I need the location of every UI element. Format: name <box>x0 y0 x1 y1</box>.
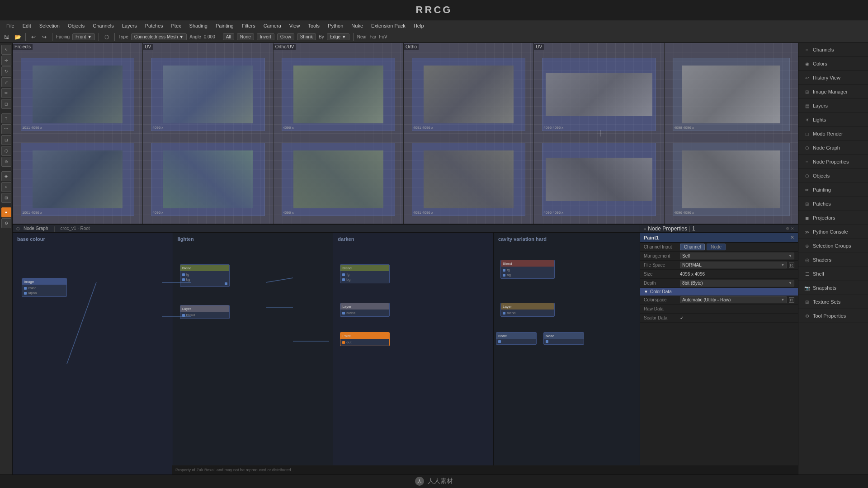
tweak-tool[interactable]: ⊞ <box>1 193 11 203</box>
node-col-label-2: lighten <box>173 233 333 244</box>
clone-tool[interactable]: ⊕ <box>1 157 11 167</box>
menu-item-selection[interactable]: Selection <box>36 22 63 29</box>
node-head-2b: Layer <box>180 305 229 312</box>
right-panel-item-shelf[interactable]: ☰ Shelf <box>798 267 868 281</box>
menu-item-view[interactable]: View <box>286 22 304 29</box>
right-panel-item-layers[interactable]: ▤ Layers <box>798 99 868 113</box>
none-button[interactable]: None <box>237 33 254 40</box>
uv-tool[interactable]: ● <box>1 207 11 217</box>
scale-tool[interactable]: ⤢ <box>1 77 11 87</box>
right-panel-item-projectors[interactable]: ◼ Projectors <box>798 211 868 225</box>
props-value-depth[interactable]: 8bit (Byte) ▼ <box>680 280 794 286</box>
fill-tool[interactable]: ⊡ <box>1 135 11 145</box>
menu-item-tools[interactable]: Tools <box>304 22 323 29</box>
brush-tool[interactable]: 〰 <box>1 124 11 134</box>
type-dropdown[interactable]: Connectedness Mesh ▼ <box>131 33 187 40</box>
menu-item-nuke[interactable]: Nuke <box>348 22 367 29</box>
tab-node[interactable]: Node <box>707 244 726 250</box>
select-tool[interactable]: ↖ <box>1 45 11 55</box>
right-panel-item-history-view[interactable]: ↩ History View <box>798 71 868 85</box>
grow-button[interactable]: Grow <box>277 33 294 40</box>
props-value-colorspace[interactable]: Automatic (Utility - Raw) ▼ <box>680 296 787 303</box>
menu-item-layers[interactable]: Layers <box>118 22 141 29</box>
node-graph-content[interactable]: base colour Image color alpha lighten Bl… <box>13 233 710 474</box>
right-panel-item-tool-properties[interactable]: ⚙ Tool Properties <box>798 309 868 323</box>
node-box-4b[interactable]: Layer blend <box>500 303 555 317</box>
right-panel-item-python-console[interactable]: ≫ Python Console <box>798 225 868 239</box>
rotate-tool[interactable]: ↻ <box>1 66 11 76</box>
smear-tool[interactable]: ≈ <box>1 182 11 192</box>
right-panel-icon-selection-groups: ⊕ <box>804 243 810 249</box>
node-box-2b[interactable]: Layer blend <box>180 305 230 319</box>
right-panel-item-shaders[interactable]: ◎ Shaders <box>798 253 868 267</box>
right-panel-item-painting[interactable]: ✏ Painting <box>798 183 868 197</box>
menu-item-python[interactable]: Python <box>324 22 347 29</box>
node-props-content[interactable]: Paint1 ✕ Channel Input Channel Node Mana… <box>640 233 798 474</box>
right-panel-item-texture-sets[interactable]: ⊞ Texture Sets <box>798 295 868 309</box>
uv-label-bottom-4: 4091 4096 x <box>413 211 433 215</box>
all-button[interactable]: All <box>223 33 234 40</box>
props-value-management[interactable]: Self ▼ <box>680 253 794 259</box>
shrink-button[interactable]: Shrink <box>297 33 316 40</box>
right-panel-item-selection-groups[interactable]: ⊕ Selection Groups <box>798 239 868 253</box>
node-box-3a[interactable]: Blend fg bg <box>340 264 390 283</box>
right-panel-item-lights[interactable]: ☀ Lights <box>798 113 868 127</box>
text-tool[interactable]: T <box>1 113 11 123</box>
undo-icon[interactable]: ↩ <box>29 33 38 41</box>
node-box-3b[interactable]: Layer blend <box>340 303 390 317</box>
menu-item-extension-pack[interactable]: Extension Pack <box>368 22 409 29</box>
node-body-4b: blend <box>501 310 554 316</box>
node-box-4a[interactable]: Blend fg bg <box>500 260 555 279</box>
mode-icon[interactable]: ⬡ <box>103 33 111 41</box>
front-dropdown[interactable]: Front ▼ <box>72 33 95 40</box>
edge-dropdown[interactable]: Edge ▼ <box>327 33 349 40</box>
right-panel-item-patches[interactable]: ⊞ Patches <box>798 197 868 211</box>
transform-tool[interactable]: ✛ <box>1 56 11 66</box>
right-panel-item-modo-render[interactable]: ◻ Modo Render <box>798 127 868 141</box>
menu-item-edit[interactable]: Edit <box>19 22 35 29</box>
open-icon[interactable]: 📂 <box>14 33 22 41</box>
right-panel-label-painting: Painting <box>813 187 831 192</box>
right-panel-label-objects: Objects <box>813 173 830 178</box>
menu-item-filters[interactable]: Filters <box>238 22 259 29</box>
node-box-3c[interactable]: Paint out <box>340 332 390 346</box>
menu-item-shading[interactable]: Shading <box>186 22 211 29</box>
menu-item-objects[interactable]: Objects <box>64 22 88 29</box>
settings-tool[interactable]: ⚙ <box>1 218 11 228</box>
node-box-4c[interactable]: Node <box>496 332 537 345</box>
right-panel-item-node-graph[interactable]: ⬡ Node Graph <box>798 141 868 155</box>
right-panel-icon-shaders: ◎ <box>804 257 810 263</box>
node-graph-area: ⬡ Node Graph | croc_v1 - Root ⚙ ✕ base c… <box>13 224 710 474</box>
polygon-tool[interactable]: ⬡ <box>1 146 11 156</box>
menu-item-camera[interactable]: Camera <box>260 22 285 29</box>
eraser-tool[interactable]: ◻ <box>1 99 11 109</box>
menu-item-painting[interactable]: Painting <box>212 22 237 29</box>
right-panel-item-colors[interactable]: ◉ Colors <box>798 57 868 71</box>
menu-item-ptex[interactable]: Ptex <box>168 22 185 29</box>
menu-item-patches[interactable]: Patches <box>142 22 167 29</box>
tab-channel[interactable]: Channel <box>680 244 705 250</box>
node-box-2a[interactable]: Blend fg bg <box>180 264 230 287</box>
menu-item-help[interactable]: Help <box>410 22 428 29</box>
node-head-3c: Paint <box>340 333 389 339</box>
node-box-1[interactable]: Image color alpha <box>22 278 67 297</box>
right-panel-item-node-properties[interactable]: ≡ Node Properties <box>798 155 868 169</box>
props-value-filespace[interactable]: NORMAL ▼ <box>680 262 787 268</box>
right-panel-item-snapshots[interactable]: 📷 Snapshots <box>798 281 868 295</box>
redo-icon[interactable]: ↪ <box>40 33 48 41</box>
color-data-section[interactable]: ▼ Color Data <box>640 288 798 296</box>
toolbar: 🖫📂↩↪FacingFront ▼⬡TypeConnectedness Mesh… <box>0 31 868 43</box>
right-panel-label-channels: Channels <box>813 47 834 52</box>
right-panel-item-image-manager[interactable]: ⊞ Image Manager <box>798 85 868 99</box>
menu-item-channels[interactable]: Channels <box>89 22 117 29</box>
right-panel-item-channels[interactable]: ≡ Channels <box>798 43 868 57</box>
menu-item-file[interactable]: File <box>3 22 18 29</box>
invert-button[interactable]: Invert <box>257 33 274 40</box>
paint-tool[interactable]: ✏ <box>1 88 11 98</box>
toolbar-separator <box>114 33 115 41</box>
pick-tool[interactable]: ◈ <box>1 171 11 181</box>
right-panel-item-objects[interactable]: ⬡ Objects <box>798 169 868 183</box>
save-icon[interactable]: 🖫 <box>3 33 11 41</box>
paint-node-close[interactable]: ✕ <box>790 235 794 240</box>
node-box-4d[interactable]: Node <box>543 332 584 345</box>
